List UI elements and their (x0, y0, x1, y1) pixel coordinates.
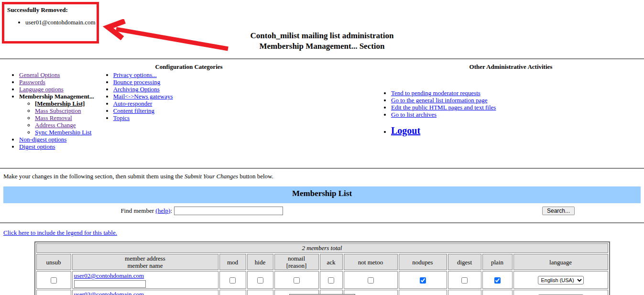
link-general-list-info-page[interactable]: Go to the general list information page (391, 97, 487, 104)
col-header-notmetoo: not metoo (344, 254, 398, 270)
not-metoo-checkbox[interactable] (368, 277, 374, 284)
link-mass-subscription[interactable]: Mass Subscription (35, 107, 81, 114)
col-header-plain: plain (482, 254, 513, 270)
logout-link[interactable]: Logout (391, 125, 420, 136)
link-mass-removal[interactable]: Mass Removal (35, 114, 72, 121)
link-language-options[interactable]: Language options (19, 86, 64, 93)
members-table: 2 members total unsub member address mem… (34, 241, 610, 295)
link-general-options[interactable]: General Options (19, 71, 60, 78)
navigation-section: Configuration Categories General Options… (0, 63, 644, 161)
unsub-checkbox[interactable] (51, 277, 57, 284)
member-row: user02@contohdomain.com English (USA) (36, 271, 608, 289)
mod-checkbox[interactable] (229, 277, 236, 284)
link-list-archives[interactable]: Go to list archives (391, 111, 437, 118)
col-header-language: language (513, 254, 608, 270)
link-membership-list-current[interactable]: [Membership List] (35, 100, 85, 107)
removed-notification-box: Successfully Removed: user01@contohdomai… (2, 2, 99, 44)
plain-checkbox[interactable] (494, 277, 501, 284)
mailman-admin-page: Successfully Removed: user01@contohdomai… (0, 0, 644, 295)
members-total-caption: 2 members total (36, 243, 608, 253)
red-arrow-annotation (98, 19, 237, 57)
table-header-row: unsub member address member name mod hid… (36, 254, 608, 270)
search-button[interactable]: Search... (542, 207, 575, 215)
col-header-nodupes: nodupes (399, 254, 447, 270)
link-sync-membership-list[interactable]: Sync Membership List (35, 129, 91, 136)
col-header-ack: ack (320, 254, 343, 270)
link-mail-news-gateways[interactable]: Mail<->News gateways (113, 93, 173, 100)
instructions-text: Make your changes in the following secti… (3, 173, 644, 180)
link-non-digest-options[interactable]: Non-digest options (19, 136, 66, 143)
ack-checkbox[interactable] (328, 277, 334, 284)
nodupes-checkbox[interactable] (420, 277, 426, 284)
link-topics[interactable]: Topics (113, 114, 130, 121)
find-member-row: Find member (help): Search... (0, 206, 644, 216)
nomail-checkbox[interactable] (294, 277, 300, 284)
link-archiving-options[interactable]: Archiving Options (113, 86, 160, 93)
col-header-unsub: unsub (36, 254, 71, 270)
find-member-input[interactable] (174, 207, 283, 215)
link-pending-moderator-requests[interactable]: Tend to pending moderator requests (391, 89, 480, 97)
other-admin-activities: Other Administrative Activities Tend to … (378, 63, 644, 161)
divider-bottom (0, 222, 644, 223)
table-caption-row: 2 members total (36, 243, 608, 253)
col-header-mod: mod (219, 254, 246, 270)
digest-checkbox[interactable] (461, 277, 468, 284)
config-heading: Configuration Categories (0, 63, 378, 70)
link-passwords[interactable]: Passwords (19, 78, 45, 86)
membership-list-header: Membership List (3, 186, 641, 203)
link-bounce-processing[interactable]: Bounce processing (113, 78, 161, 86)
admin-links-list: Tend to pending moderator requests Go to… (378, 89, 644, 136)
config-column1: General Options Passwords Language optio… (0, 71, 94, 150)
member-address-link[interactable]: user03@contohdomain.com (74, 291, 144, 295)
help-link[interactable]: (help) (155, 207, 170, 214)
hide-checkbox[interactable] (257, 277, 263, 284)
config-column2: Privacy options... Bounce processing Arc… (94, 71, 173, 150)
col-header-member: member address member name (72, 254, 218, 270)
language-select[interactable]: English (USA) (538, 276, 584, 284)
col-header-digest: digest (448, 254, 481, 270)
removed-email: user01@contohdomain.com (25, 19, 94, 26)
membership-management-label: Membership Management... [Membership Lis… (19, 93, 94, 136)
configuration-categories: Configuration Categories General Options… (0, 63, 378, 161)
membership-sub-list: [Membership List] Mass Subscription Mass… (19, 100, 94, 136)
member-address-link[interactable]: user02@contohdomain.com (74, 272, 144, 279)
removed-title: Successfully Removed: (7, 6, 94, 14)
link-address-change[interactable]: Address Change (35, 121, 76, 129)
divider-top (0, 58, 644, 59)
link-edit-public-html[interactable]: Edit the public HTML pages and text file… (391, 104, 496, 111)
divider-middle (0, 168, 644, 169)
col-header-hide: hide (247, 254, 273, 270)
link-digest-options[interactable]: Digest options (19, 143, 55, 150)
member-name-input[interactable] (74, 280, 146, 288)
link-content-filtering[interactable]: Content filtering (113, 107, 154, 114)
admin-heading: Other Administrative Activities (378, 63, 644, 70)
link-auto-responder[interactable]: Auto-responder (113, 100, 153, 107)
col-header-nomail: nomail [reason] (274, 254, 319, 270)
removed-list: user01@contohdomain.com (7, 19, 94, 26)
legend-toggle-link[interactable]: Click here to include the legend for thi… (3, 229, 117, 236)
link-privacy-options[interactable]: Privacy options... (113, 71, 157, 78)
find-member-label: Find member (help): (0, 207, 172, 215)
